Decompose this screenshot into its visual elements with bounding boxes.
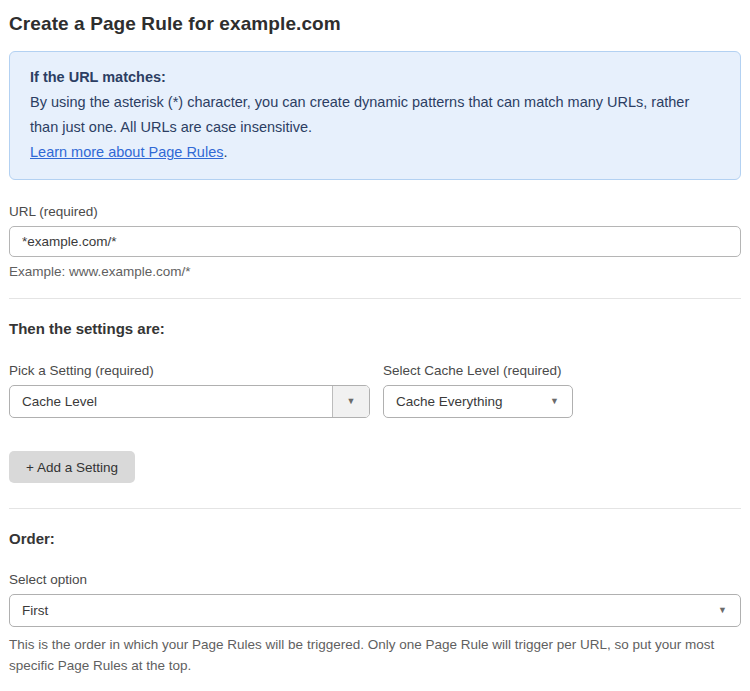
order-helper-text: This is the order in which your Page Rul… <box>9 634 729 676</box>
info-box-body: By using the asterisk (*) character, you… <box>30 90 720 140</box>
chevron-down-icon: ▼ <box>550 397 559 406</box>
url-field-helper: Example: www.example.com/* <box>9 264 741 279</box>
setting-picker-label: Pick a Setting (required) <box>9 363 370 378</box>
page-title: Create a Page Rule for example.com <box>9 13 741 35</box>
setting-picker-select[interactable]: Cache Level ▼ <box>9 385 370 418</box>
url-field-group: URL (required) Example: www.example.com/… <box>9 204 741 279</box>
order-select-label: Select option <box>9 572 741 587</box>
cache-level-picker-label: Select Cache Level (required) <box>383 363 573 378</box>
info-box-link-line: Learn more about Page Rules. <box>30 140 720 165</box>
link-suffix: . <box>223 144 227 160</box>
cache-level-select[interactable]: Cache Everything ▼ <box>383 385 573 418</box>
setting-picker-group: Pick a Setting (required) Cache Level ▼ <box>9 363 370 418</box>
url-match-info-box: If the URL matches: By using the asteris… <box>9 51 741 180</box>
cache-level-picker-group: Select Cache Level (required) Cache Ever… <box>383 363 573 418</box>
learn-more-link[interactable]: Learn more about Page Rules <box>30 144 223 160</box>
setting-picker-value: Cache Level <box>10 394 332 409</box>
settings-section-heading: Then the settings are: <box>9 320 741 337</box>
create-page-rule-panel: Create a Page Rule for example.com If th… <box>0 0 750 691</box>
order-select[interactable]: First ▼ <box>9 594 741 627</box>
divider-settings-order <box>9 508 741 509</box>
setting-picker-arrow-segment[interactable]: ▼ <box>332 386 369 417</box>
settings-row: Pick a Setting (required) Cache Level ▼ … <box>9 363 741 418</box>
cache-level-value: Cache Everything <box>384 394 550 409</box>
divider-url-settings <box>9 298 741 299</box>
cache-level-arrow-wrap: ▼ <box>550 397 572 406</box>
chevron-down-icon: ▼ <box>718 606 727 615</box>
add-setting-button[interactable]: + Add a Setting <box>9 451 135 483</box>
order-arrow-wrap: ▼ <box>718 606 740 615</box>
url-input[interactable] <box>9 226 741 257</box>
url-field-label: URL (required) <box>9 204 741 219</box>
order-select-value: First <box>10 603 718 618</box>
chevron-down-icon: ▼ <box>347 397 356 406</box>
order-section-heading: Order: <box>9 530 741 547</box>
info-box-heading: If the URL matches: <box>30 65 720 90</box>
